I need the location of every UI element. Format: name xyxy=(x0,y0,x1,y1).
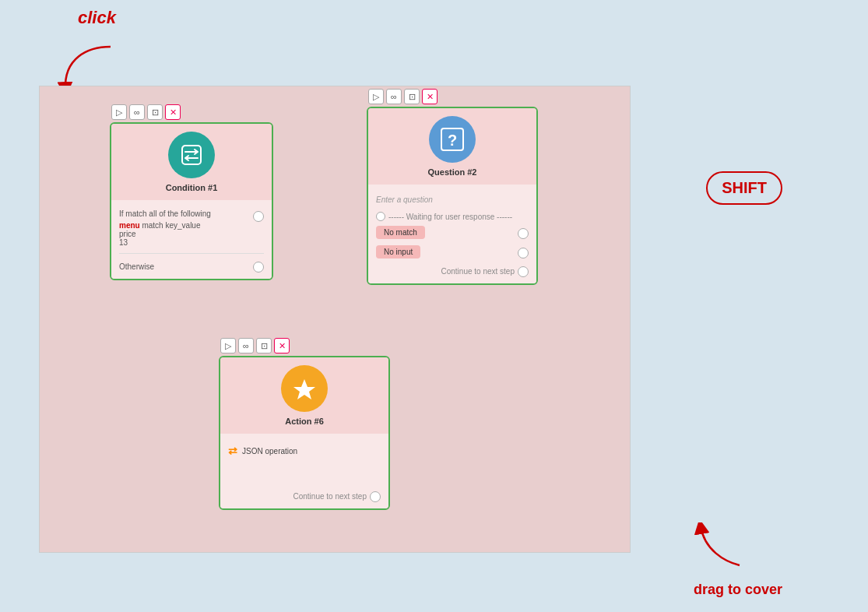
waiting-circle xyxy=(376,212,385,221)
condition-card: Condition #1 If match all of the followi… xyxy=(110,122,273,280)
question-continue-circle xyxy=(518,266,529,277)
question-card: ? Question #2 Enter a question ------ Wa… xyxy=(367,107,538,285)
waiting-row: ------ Waiting for user response ------ xyxy=(376,209,529,224)
action-card: Action #6 ⇄ JSON operation Continue to n… xyxy=(219,356,390,510)
no-input-circle xyxy=(518,248,529,259)
condition-otherwise-row: Otherwise xyxy=(119,257,264,273)
canvas-area: ▷ ∞ ⊡ ✕ Condition #1 xyxy=(39,86,631,553)
condition-price-value: 13 xyxy=(119,238,211,247)
action-body: ⇄ JSON operation Continue to next step xyxy=(220,434,388,508)
action-close-button[interactable]: ✕ xyxy=(274,338,290,353)
question-title: Question #2 xyxy=(428,167,477,177)
action-icon-svg xyxy=(293,377,316,400)
question-placeholder: Enter a question xyxy=(376,191,529,209)
waiting-text: ------ Waiting for user response ------ xyxy=(388,213,512,221)
question-copy-button[interactable]: ⊡ xyxy=(404,89,420,104)
action-header: Action #6 xyxy=(220,357,388,434)
condition-toolbar: ▷ ∞ ⊡ ✕ xyxy=(110,102,273,122)
question-toolbar: ▷ ∞ ⊡ ✕ xyxy=(367,86,538,107)
action-title: Action #6 xyxy=(285,417,324,426)
condition-output-circle xyxy=(253,211,264,222)
no-match-button[interactable]: No match xyxy=(376,226,425,239)
action-toolbar: ▷ ∞ ⊡ ✕ xyxy=(219,336,390,356)
no-input-row: No input xyxy=(376,244,529,260)
condition-icon-svg xyxy=(179,142,204,167)
condition-link-button[interactable]: ∞ xyxy=(129,104,145,120)
svg-text:?: ? xyxy=(448,132,457,149)
question-link-button[interactable]: ∞ xyxy=(386,89,402,104)
svg-rect-2 xyxy=(182,146,201,164)
condition-otherwise-circle xyxy=(253,262,264,273)
drag-annotation: drag to cover xyxy=(694,582,782,598)
condition-node: ▷ ∞ ⊡ ✕ Condition #1 xyxy=(110,102,273,280)
condition-close-button[interactable]: ✕ xyxy=(165,104,181,120)
action-link-button[interactable]: ∞ xyxy=(238,338,254,353)
condition-divider xyxy=(119,253,264,254)
action-copy-button[interactable]: ⊡ xyxy=(256,338,272,353)
condition-price-label: price xyxy=(119,230,211,238)
no-input-button[interactable]: No input xyxy=(376,245,420,259)
action-play-button[interactable]: ▷ xyxy=(220,338,236,353)
action-continue-circle xyxy=(370,491,381,502)
question-body: Enter a question ------ Waiting for user… xyxy=(368,185,536,283)
condition-menu-text: menu xyxy=(119,221,140,230)
action-continue-label: Continue to next step xyxy=(293,492,367,501)
click-annotation: click xyxy=(78,8,116,28)
json-icon: ⇄ xyxy=(228,445,237,457)
condition-otherwise-label: Otherwise xyxy=(119,262,154,271)
question-continue-row: Continue to next step xyxy=(376,260,529,277)
question-continue-label: Continue to next step xyxy=(441,267,515,276)
no-match-row: No match xyxy=(376,224,529,241)
condition-if-label: If match all of the following xyxy=(119,209,211,218)
json-op-label: JSON operation xyxy=(242,447,297,455)
action-continue-row: Continue to next step xyxy=(228,485,381,502)
svg-marker-5 xyxy=(293,379,315,399)
question-node: ▷ ∞ ⊡ ✕ ? Question #2 Enter a question - xyxy=(367,86,538,285)
question-icon: ? xyxy=(429,116,476,163)
condition-icon xyxy=(168,132,215,178)
json-op-row: ⇄ JSON operation xyxy=(228,440,381,462)
question-close-button[interactable]: ✕ xyxy=(422,89,438,104)
condition-title: Condition #1 xyxy=(166,183,218,192)
action-node: ▷ ∞ ⊡ ✕ Action #6 ⇄ JSON operation xyxy=(219,336,390,510)
condition-copy-button[interactable]: ⊡ xyxy=(147,104,163,120)
drag-arrow xyxy=(693,522,747,569)
condition-match-rest: match key_value xyxy=(140,221,201,230)
shift-annotation: SHIFT xyxy=(706,171,782,205)
condition-body: If match all of the following menu match… xyxy=(111,200,272,279)
question-icon-svg: ? xyxy=(439,126,466,153)
question-play-button[interactable]: ▷ xyxy=(368,89,384,104)
action-icon xyxy=(281,365,328,412)
question-header: ? Question #2 xyxy=(368,108,536,185)
no-match-circle xyxy=(518,228,529,239)
condition-header: Condition #1 xyxy=(111,124,272,200)
condition-play-button[interactable]: ▷ xyxy=(111,104,127,120)
